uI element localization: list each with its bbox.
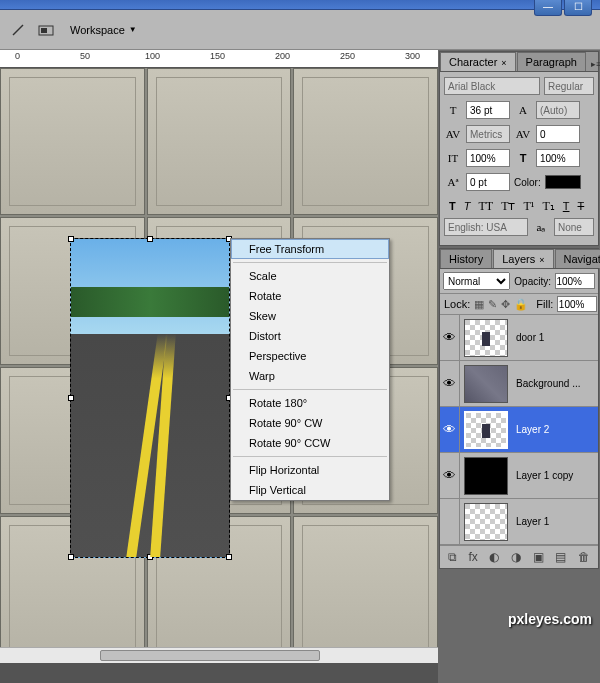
context-menu-item[interactable]: Warp <box>231 366 389 386</box>
layer-thumbnail <box>464 457 508 495</box>
tool-icon-b[interactable] <box>36 20 56 40</box>
trash-icon[interactable]: 🗑 <box>578 550 590 564</box>
faux-italic-button[interactable]: T <box>461 198 474 215</box>
context-menu: Free TransformScaleRotateSkewDistortPers… <box>230 238 390 501</box>
lock-transparent-icon[interactable]: ▦ <box>474 298 484 311</box>
underline-button[interactable]: T <box>560 198 573 215</box>
context-menu-item[interactable]: Rotate 90° CCW <box>231 433 389 453</box>
font-style-input[interactable] <box>544 77 594 95</box>
visibility-toggle[interactable]: 👁 <box>440 315 460 360</box>
antialias-input[interactable] <box>554 218 594 236</box>
minimize-button[interactable]: — <box>534 0 562 16</box>
context-menu-item[interactable]: Perspective <box>231 346 389 366</box>
color-swatch[interactable] <box>545 175 581 189</box>
lock-paint-icon[interactable]: ✎ <box>488 298 497 311</box>
ruler-horizontal: 0 50 100 150 200 250 300 <box>0 50 438 68</box>
layer-row[interactable]: Layer 1 <box>440 499 598 545</box>
svg-rect-1 <box>41 28 47 33</box>
kerning-icon: AV <box>444 126 462 142</box>
workspace-dropdown[interactable]: Workspace ▼ <box>64 22 143 38</box>
link-layers-icon[interactable]: ⧉ <box>448 550 457 564</box>
visibility-toggle[interactable]: 👁 <box>440 453 460 498</box>
context-menu-item[interactable]: Rotate 180° <box>231 393 389 413</box>
font-family-input[interactable] <box>444 77 540 95</box>
font-size-input[interactable] <box>466 101 510 119</box>
adjustment-icon[interactable]: ◑ <box>511 550 521 564</box>
layer-name: door 1 <box>512 332 598 343</box>
context-menu-item[interactable]: Rotate 90° CW <box>231 413 389 433</box>
smallcaps-button[interactable]: Tᴛ <box>498 198 518 215</box>
context-menu-item[interactable]: Free Transform <box>231 239 389 259</box>
strike-button[interactable]: T <box>575 198 588 215</box>
options-bar: Workspace ▼ <box>0 10 600 50</box>
lock-move-icon[interactable]: ✥ <box>501 298 510 311</box>
context-menu-item[interactable]: Scale <box>231 266 389 286</box>
context-menu-item[interactable]: Skew <box>231 306 389 326</box>
context-menu-item[interactable]: Flip Vertical <box>231 480 389 500</box>
panel-menu-icon[interactable]: ▸≡ <box>587 57 600 71</box>
tab-navigator[interactable]: Navigator <box>555 249 600 268</box>
tab-character[interactable]: Character× <box>440 52 516 71</box>
allcaps-button[interactable]: TT <box>475 198 496 215</box>
tracking-input[interactable] <box>536 125 580 143</box>
transform-handle[interactable] <box>147 236 153 242</box>
baseline-input[interactable] <box>466 173 510 191</box>
layer-row[interactable]: 👁Layer 2 <box>440 407 598 453</box>
context-menu-item[interactable]: Flip Horizontal <box>231 460 389 480</box>
transform-handle[interactable] <box>68 395 74 401</box>
visibility-toggle[interactable] <box>440 499 460 544</box>
layer-name: Layer 2 <box>512 424 598 435</box>
leading-input[interactable] <box>536 101 580 119</box>
scrollbar-thumb[interactable] <box>100 650 320 661</box>
mask-icon[interactable]: ◐ <box>489 550 499 564</box>
faux-bold-button[interactable]: T <box>446 198 459 215</box>
superscript-button[interactable]: T¹ <box>520 198 537 215</box>
maximize-button[interactable]: ☐ <box>564 0 592 16</box>
vscale-input[interactable] <box>466 149 510 167</box>
lock-label: Lock: <box>444 298 470 310</box>
workspace-label: Workspace <box>70 24 125 36</box>
layer-list: 👁door 1👁Background ...👁Layer 2👁Layer 1 c… <box>440 315 598 545</box>
transform-selection[interactable] <box>70 238 230 558</box>
language-input[interactable] <box>444 218 528 236</box>
lock-all-icon[interactable]: 🔒 <box>514 298 528 311</box>
context-menu-item[interactable]: Distort <box>231 326 389 346</box>
new-layer-icon[interactable]: ▤ <box>555 550 566 564</box>
opacity-input[interactable] <box>555 273 595 289</box>
transform-handle[interactable] <box>147 554 153 560</box>
context-menu-item[interactable]: Rotate <box>231 286 389 306</box>
baseline-icon: Aª <box>444 174 462 190</box>
hscale-input[interactable] <box>536 149 580 167</box>
transform-handle[interactable] <box>68 236 74 242</box>
layer-name: Layer 1 copy <box>512 470 598 481</box>
transform-handle[interactable] <box>68 554 74 560</box>
canvas-area: 0 50 100 150 200 250 300 <box>0 50 438 683</box>
layer-row[interactable]: 👁Background ... <box>440 361 598 407</box>
tab-history[interactable]: History <box>440 249 492 268</box>
kerning-input[interactable] <box>466 125 510 143</box>
hscale-icon: T <box>514 150 532 166</box>
group-icon[interactable]: ▣ <box>533 550 544 564</box>
chevron-down-icon: ▼ <box>129 25 137 34</box>
opacity-label: Opacity: <box>514 276 551 287</box>
character-panel: Character× Paragraph ▸≡ T A AV <box>439 51 599 246</box>
blend-mode-select[interactable]: Normal <box>443 272 510 290</box>
fill-input[interactable] <box>557 296 597 312</box>
subscript-button[interactable]: T₁ <box>539 198 557 215</box>
fx-icon[interactable]: fx <box>468 550 477 564</box>
canvas[interactable]: Free TransformScaleRotateSkewDistortPers… <box>0 68 438 663</box>
layer-row[interactable]: 👁Layer 1 copy <box>440 453 598 499</box>
fill-label: Fill: <box>536 298 553 310</box>
transform-handle[interactable] <box>226 554 232 560</box>
layer-name: Background ... <box>512 378 598 389</box>
tool-icon-a[interactable] <box>8 20 28 40</box>
leading-icon: A <box>514 102 532 118</box>
visibility-toggle[interactable]: 👁 <box>440 407 460 452</box>
layer-thumbnail <box>464 503 508 541</box>
tab-layers[interactable]: Layers× <box>493 249 553 268</box>
tab-paragraph[interactable]: Paragraph <box>517 52 586 71</box>
layers-panel: History Layers× Navigator Normal Opacity… <box>439 248 599 569</box>
scrollbar-horizontal[interactable] <box>0 647 438 663</box>
visibility-toggle[interactable]: 👁 <box>440 361 460 406</box>
layer-row[interactable]: 👁door 1 <box>440 315 598 361</box>
